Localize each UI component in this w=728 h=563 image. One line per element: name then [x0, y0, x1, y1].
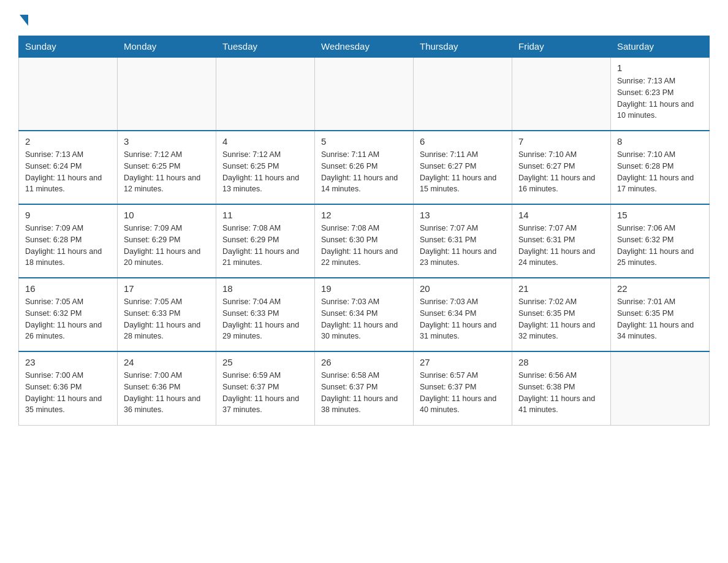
day-info: Sunrise: 7:12 AMSunset: 6:25 PMDaylight:…	[124, 149, 210, 195]
day-info: Sunrise: 7:12 AMSunset: 6:25 PMDaylight:…	[222, 149, 308, 195]
day-info: Sunrise: 7:07 AMSunset: 6:31 PMDaylight:…	[518, 223, 604, 269]
calendar-cell: 3Sunrise: 7:12 AMSunset: 6:25 PMDaylight…	[118, 131, 216, 204]
day-info: Sunrise: 7:01 AMSunset: 6:35 PMDaylight:…	[617, 296, 703, 342]
calendar-week-row: 1Sunrise: 7:13 AMSunset: 6:23 PMDaylight…	[19, 57, 710, 131]
day-info: Sunrise: 7:00 AMSunset: 6:36 PMDaylight:…	[124, 370, 210, 416]
day-number: 14	[518, 210, 604, 220]
day-number: 8	[617, 136, 703, 147]
calendar-week-row: 2Sunrise: 7:13 AMSunset: 6:24 PMDaylight…	[19, 131, 710, 204]
calendar-table: SundayMondayTuesdayWednesdayThursdayFrid…	[18, 36, 710, 426]
day-info: Sunrise: 7:06 AMSunset: 6:32 PMDaylight:…	[617, 223, 703, 269]
day-info: Sunrise: 7:08 AMSunset: 6:30 PMDaylight:…	[321, 223, 407, 269]
calendar-cell	[315, 57, 414, 131]
calendar-cell	[118, 57, 216, 131]
day-number: 12	[321, 210, 407, 220]
day-info: Sunrise: 7:07 AMSunset: 6:31 PMDaylight:…	[420, 223, 506, 269]
calendar-cell: 25Sunrise: 6:59 AMSunset: 6:37 PMDayligh…	[216, 351, 315, 425]
day-number: 19	[321, 283, 407, 294]
day-number: 20	[420, 283, 506, 294]
day-number: 9	[25, 210, 111, 220]
day-number: 16	[25, 283, 111, 294]
calendar-cell: 23Sunrise: 7:00 AMSunset: 6:36 PMDayligh…	[19, 351, 118, 425]
calendar-cell	[216, 57, 315, 131]
calendar-week-row: 9Sunrise: 7:09 AMSunset: 6:28 PMDaylight…	[19, 204, 710, 278]
day-number: 10	[124, 210, 210, 220]
calendar-cell: 12Sunrise: 7:08 AMSunset: 6:30 PMDayligh…	[315, 204, 414, 278]
calendar-cell: 22Sunrise: 7:01 AMSunset: 6:35 PMDayligh…	[611, 278, 710, 351]
calendar-day-header: Friday	[512, 36, 611, 58]
day-info: Sunrise: 7:13 AMSunset: 6:24 PMDaylight:…	[25, 149, 111, 195]
day-info: Sunrise: 7:09 AMSunset: 6:29 PMDaylight:…	[124, 223, 210, 269]
day-info: Sunrise: 7:08 AMSunset: 6:29 PMDaylight:…	[222, 223, 308, 269]
calendar-cell: 8Sunrise: 7:10 AMSunset: 6:28 PMDaylight…	[611, 131, 710, 204]
day-number: 28	[518, 357, 604, 367]
day-info: Sunrise: 7:02 AMSunset: 6:35 PMDaylight:…	[518, 296, 604, 342]
calendar-cell	[611, 351, 710, 425]
page-header	[18, 12, 710, 26]
calendar-cell: 20Sunrise: 7:03 AMSunset: 6:34 PMDayligh…	[414, 278, 512, 351]
day-number: 3	[124, 136, 210, 147]
day-number: 26	[321, 357, 407, 367]
day-number: 6	[420, 136, 506, 147]
calendar-cell: 19Sunrise: 7:03 AMSunset: 6:34 PMDayligh…	[315, 278, 414, 351]
calendar-cell: 17Sunrise: 7:05 AMSunset: 6:33 PMDayligh…	[118, 278, 216, 351]
calendar-cell	[414, 57, 512, 131]
day-info: Sunrise: 6:58 AMSunset: 6:37 PMDaylight:…	[321, 370, 407, 416]
day-number: 18	[222, 283, 308, 294]
calendar-header-row: SundayMondayTuesdayWednesdayThursdayFrid…	[19, 36, 710, 58]
day-number: 22	[617, 283, 703, 294]
calendar-cell: 14Sunrise: 7:07 AMSunset: 6:31 PMDayligh…	[512, 204, 611, 278]
calendar-day-header: Sunday	[19, 36, 118, 58]
calendar-cell: 21Sunrise: 7:02 AMSunset: 6:35 PMDayligh…	[512, 278, 611, 351]
calendar-day-header: Tuesday	[216, 36, 315, 58]
day-info: Sunrise: 7:10 AMSunset: 6:28 PMDaylight:…	[617, 149, 703, 195]
calendar-cell: 27Sunrise: 6:57 AMSunset: 6:37 PMDayligh…	[414, 351, 512, 425]
day-number: 25	[222, 357, 308, 367]
calendar-cell	[512, 57, 611, 131]
day-info: Sunrise: 7:11 AMSunset: 6:26 PMDaylight:…	[321, 149, 407, 195]
calendar-day-header: Thursday	[414, 36, 512, 58]
day-number: 4	[222, 136, 308, 147]
day-number: 7	[518, 136, 604, 147]
day-number: 5	[321, 136, 407, 147]
day-number: 17	[124, 283, 210, 294]
calendar-day-header: Wednesday	[315, 36, 414, 58]
calendar-day-header: Monday	[118, 36, 216, 58]
day-number: 21	[518, 283, 604, 294]
day-info: Sunrise: 7:13 AMSunset: 6:23 PMDaylight:…	[617, 75, 703, 121]
calendar-cell: 15Sunrise: 7:06 AMSunset: 6:32 PMDayligh…	[611, 204, 710, 278]
calendar-cell: 16Sunrise: 7:05 AMSunset: 6:32 PMDayligh…	[19, 278, 118, 351]
calendar-cell	[19, 57, 118, 131]
day-number: 24	[124, 357, 210, 367]
calendar-cell: 28Sunrise: 6:56 AMSunset: 6:38 PMDayligh…	[512, 351, 611, 425]
day-number: 11	[222, 210, 308, 220]
day-info: Sunrise: 6:59 AMSunset: 6:37 PMDaylight:…	[222, 370, 308, 416]
calendar-cell: 7Sunrise: 7:10 AMSunset: 6:27 PMDaylight…	[512, 131, 611, 204]
day-info: Sunrise: 6:56 AMSunset: 6:38 PMDaylight:…	[518, 370, 604, 416]
calendar-cell: 11Sunrise: 7:08 AMSunset: 6:29 PMDayligh…	[216, 204, 315, 278]
day-number: 23	[25, 357, 111, 367]
calendar-cell: 1Sunrise: 7:13 AMSunset: 6:23 PMDaylight…	[611, 57, 710, 131]
day-info: Sunrise: 7:03 AMSunset: 6:34 PMDaylight:…	[321, 296, 407, 342]
calendar-cell: 6Sunrise: 7:11 AMSunset: 6:27 PMDaylight…	[414, 131, 512, 204]
day-number: 2	[25, 136, 111, 147]
calendar-cell: 26Sunrise: 6:58 AMSunset: 6:37 PMDayligh…	[315, 351, 414, 425]
day-info: Sunrise: 7:03 AMSunset: 6:34 PMDaylight:…	[420, 296, 506, 342]
calendar-cell: 9Sunrise: 7:09 AMSunset: 6:28 PMDaylight…	[19, 204, 118, 278]
calendar-day-header: Saturday	[611, 36, 710, 58]
calendar-cell: 13Sunrise: 7:07 AMSunset: 6:31 PMDayligh…	[414, 204, 512, 278]
day-info: Sunrise: 7:04 AMSunset: 6:33 PMDaylight:…	[222, 296, 308, 342]
calendar-cell: 10Sunrise: 7:09 AMSunset: 6:29 PMDayligh…	[118, 204, 216, 278]
day-info: Sunrise: 7:10 AMSunset: 6:27 PMDaylight:…	[518, 149, 604, 195]
day-info: Sunrise: 7:05 AMSunset: 6:33 PMDaylight:…	[124, 296, 210, 342]
day-info: Sunrise: 7:09 AMSunset: 6:28 PMDaylight:…	[25, 223, 111, 269]
day-number: 15	[617, 210, 703, 220]
calendar-cell: 2Sunrise: 7:13 AMSunset: 6:24 PMDaylight…	[19, 131, 118, 204]
day-number: 13	[420, 210, 506, 220]
logo	[18, 12, 28, 26]
calendar-cell: 18Sunrise: 7:04 AMSunset: 6:33 PMDayligh…	[216, 278, 315, 351]
day-number: 27	[420, 357, 506, 367]
calendar-week-row: 16Sunrise: 7:05 AMSunset: 6:32 PMDayligh…	[19, 278, 710, 351]
day-info: Sunrise: 7:11 AMSunset: 6:27 PMDaylight:…	[420, 149, 506, 195]
logo-triangle-icon	[20, 15, 28, 26]
